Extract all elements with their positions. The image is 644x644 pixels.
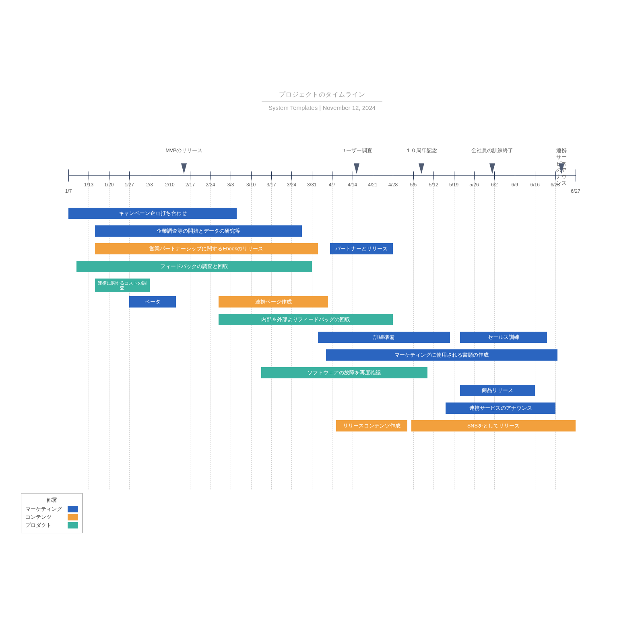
gantt-bar: 内部＆外部よりフィードバッグの回収 <box>219 314 393 325</box>
axis-label: 4/7 <box>329 182 336 188</box>
gridline <box>129 175 130 489</box>
axis-label: 2/3 <box>146 182 153 188</box>
axis-label: 5/12 <box>429 182 438 188</box>
gantt-bar: 企業調査等の開始とデータの研究等 <box>95 225 302 237</box>
axis-label: 5/5 <box>410 182 417 188</box>
legend-swatch <box>68 506 78 512</box>
gantt-bar: 連携に関するコストの調査 <box>95 279 150 292</box>
axis-tick <box>231 171 231 180</box>
gridline <box>211 175 211 489</box>
milestone-label: ユーザー調査 <box>341 147 372 154</box>
axis-tick <box>413 171 414 180</box>
axis-tick <box>353 171 353 180</box>
axis-label: 2/17 <box>186 182 195 188</box>
milestone-arrow-icon <box>559 163 564 174</box>
axis-label: 3/17 <box>266 182 276 188</box>
axis-tick <box>393 171 393 180</box>
gantt-bar: フィードバックの調査と回収 <box>76 261 312 272</box>
gantt-bar: リリースコンテンツ作成 <box>336 420 407 431</box>
gantt-bar: 連携サービスのアナウンス <box>446 402 555 414</box>
legend-swatch <box>68 514 78 520</box>
axis-label: 1/20 <box>104 182 114 188</box>
axis-tick <box>190 171 190 180</box>
axis-tick <box>109 171 109 180</box>
gridline <box>190 175 190 489</box>
axis-tick <box>150 171 150 180</box>
axis-label: 1/27 <box>125 182 134 188</box>
legend-name: マーケティング <box>25 506 62 513</box>
axis-label: 6/2 <box>491 182 498 188</box>
axis-tick <box>332 171 332 180</box>
milestone-arrow-icon <box>489 163 495 174</box>
title-underline <box>262 101 382 102</box>
axis-label: 6/16 <box>530 182 540 188</box>
axis-tick <box>129 171 130 180</box>
legend-swatch <box>68 522 78 528</box>
gridline <box>454 175 454 489</box>
gridline <box>271 175 272 489</box>
axis-tick <box>535 171 535 180</box>
axis-tick <box>373 171 373 180</box>
gridline <box>109 175 109 489</box>
gridline <box>170 175 170 489</box>
axis-tick <box>271 171 272 180</box>
axis-label: 4/28 <box>388 182 398 188</box>
milestone-arrow-icon <box>419 163 424 174</box>
axis-label: 4/21 <box>368 182 377 188</box>
axis-tick <box>474 171 475 180</box>
axis-tick <box>211 171 211 180</box>
axis-label: 6/27 <box>571 188 580 194</box>
gantt-bar: ベータ <box>129 296 176 308</box>
gridline <box>312 175 312 489</box>
axis-tick <box>312 171 312 180</box>
gantt-bar: 商品リリース <box>460 385 535 396</box>
axis-tick <box>89 171 89 180</box>
axis-tick <box>251 171 252 180</box>
milestone-label: 全社員の訓練終了 <box>471 147 513 154</box>
axis-tick <box>515 171 515 180</box>
gantt-bar: キャンペーン企画打ち合わせ <box>68 208 237 219</box>
gridline <box>231 175 231 489</box>
axis-label: 3/24 <box>287 182 296 188</box>
gantt-bar: マーケティングに使用される書類の作成 <box>326 349 557 361</box>
legend-name: コンテンツ <box>25 514 52 521</box>
gantt-bar: 連携ページ作成 <box>219 296 328 308</box>
gantt-bar: SNSをとしてリリース <box>411 420 576 431</box>
axis-label: 6/9 <box>511 182 518 188</box>
axis-label: 4/14 <box>348 182 357 188</box>
milestone-label: MVPのリリース <box>165 147 202 154</box>
milestone-arrow-icon <box>181 163 187 174</box>
legend: 部署 マーケティング コンテンツ プロダクト <box>21 493 83 533</box>
time-axis <box>68 175 576 176</box>
milestone-label: １０周年記念 <box>406 147 437 154</box>
legend-name: プロダクト <box>25 522 52 529</box>
milestone-arrow-icon <box>354 163 359 174</box>
legend-row-marketing: マーケティング <box>25 506 78 513</box>
axis-label: 2/10 <box>165 182 174 188</box>
page-title: プロジェクトのタイムライン <box>262 91 382 99</box>
gantt-chart: 1/71/131/201/272/32/102/172/243/33/103/1… <box>68 127 576 489</box>
gantt-bar: 訓練準備 <box>318 332 450 343</box>
legend-row-product: プロダクト <box>25 522 78 529</box>
gridline <box>555 175 556 489</box>
axis-tick <box>170 171 170 180</box>
axis-tick <box>576 169 576 182</box>
axis-label: 3/10 <box>246 182 256 188</box>
header: プロジェクトのタイムライン System Templates | Novembe… <box>262 91 382 111</box>
axis-tick <box>454 171 454 180</box>
legend-title: 部署 <box>25 497 78 504</box>
gridline <box>291 175 292 489</box>
axis-tick <box>68 169 69 182</box>
gantt-bar: セールス訓練 <box>460 332 547 343</box>
gantt-bar: パートナーとリリース <box>330 243 393 254</box>
gantt-bar: ソフトウェアの故障を再度確認 <box>261 367 427 378</box>
gridline <box>89 175 89 489</box>
axis-label: 3/31 <box>307 182 316 188</box>
axis-tick <box>433 171 434 180</box>
gantt-bar: 営業パートナーシップに関するEbookのリリース <box>95 243 318 254</box>
axis-label: 1/13 <box>84 182 93 188</box>
gridline <box>251 175 252 489</box>
axis-label: 5/26 <box>469 182 479 188</box>
gridline <box>150 175 150 489</box>
axis-label: 3/3 <box>227 182 234 188</box>
